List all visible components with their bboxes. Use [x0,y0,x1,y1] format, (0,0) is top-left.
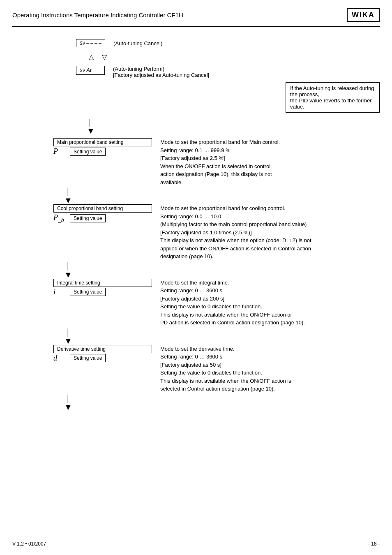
page-number: - 18 - [368,541,380,547]
cool-prop-symbol: P_b [53,213,70,224]
autotune-cancel-display: SV – – – – [76,39,105,47]
cool-prop-label-box: Cool proportional band setting [53,204,152,213]
autotune-cancel-label: (Auto-tuning Cancel) [113,40,162,46]
cool-prop-setting-box: Setting value [70,214,106,222]
cool-prop-description: Mode to set the proportional band for co… [152,204,380,261]
integral-setting-box: Setting value [70,288,106,296]
sv-label-cancel: SV [80,41,85,46]
arrow-down-icon: ▽ [102,53,107,61]
main-content: SV – – – – (Auto-tuning Cancel) △ ▽ [12,35,380,415]
cancel-dashes: – – – – [86,40,101,46]
main-prop-setting-box: Setting value [70,148,106,156]
derivative-symbol: d [53,354,70,363]
wika-logo: WIKA [347,8,380,22]
page-footer: V 1.2 • 01/2007 - 18 - [12,541,380,547]
notice-line1: If the Auto-tuning is released during th… [290,85,375,97]
page-title: Operating Instructions Temperature Indic… [12,12,183,18]
autotune-perform-display: SV At [76,66,105,75]
derivative-description: Mode to set the derivative time. Setting… [152,345,380,393]
arrow-up-icon: △ [89,53,94,61]
flow-arrow-0: ▼ [87,127,380,135]
sv-label-perform: SV [80,68,85,73]
main-prop-label-box: Main proportional band setting [53,138,152,146]
integral-symbol: i [53,288,70,296]
page-header: Operating Instructions Temperature Indic… [12,8,380,27]
autotune-perform-note: [Factory adjusted as Auto-tuning Cancel] [113,72,209,78]
integral-description: Mode to set the integral time. Setting r… [152,279,380,327]
autotune-notice-box: If the Auto-tuning is released during th… [286,82,380,113]
flow-arrow-2: ▼ [64,271,380,279]
perform-symbol: At [86,67,91,74]
derivative-label-box: Derivative time setting [53,345,152,353]
notice-line2: the PID value reverts to the former valu… [290,97,375,110]
main-prop-description: Mode to set the proportional band for Ma… [152,138,380,186]
flow-arrow-1: ▼ [64,196,380,204]
main-prop-symbol: P [53,147,70,156]
autotune-perform-label: (Auto-tuning Perform) [113,66,209,72]
version-label: V 1.2 • 01/2007 [12,541,46,547]
flow-arrow-final: ▼ [64,403,380,411]
flow-arrow-3: ▼ [64,337,380,345]
derivative-setting-box: Setting value [70,354,106,362]
integral-label-box: Integral time setting [53,279,152,287]
